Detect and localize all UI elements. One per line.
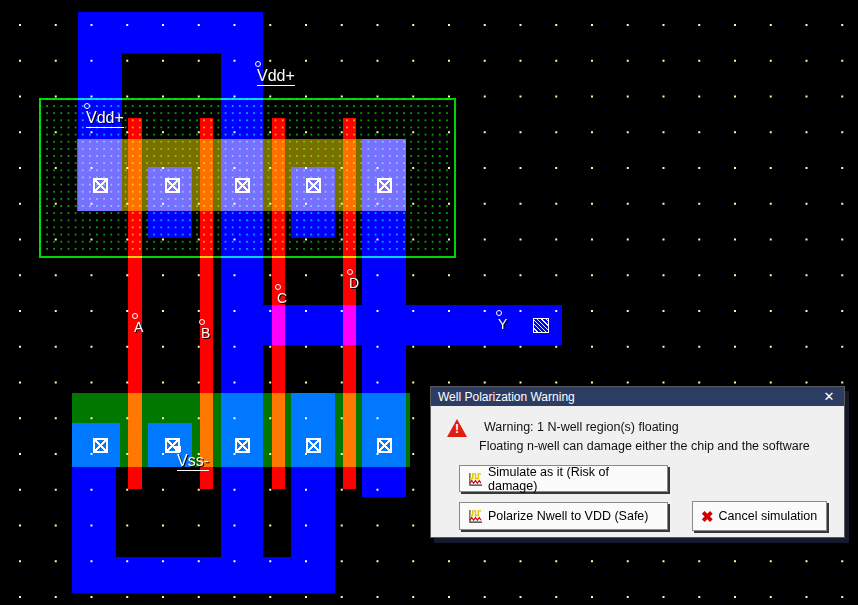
port-label-pin-d: D: [349, 276, 359, 290]
port-marker-pin-c: [275, 284, 281, 290]
port-marker-vdd-nwell: [84, 103, 90, 109]
waveform-icon: [468, 509, 483, 523]
contact-icon: [377, 438, 392, 453]
port-label-pin-a: A: [134, 320, 143, 334]
port-marker-vss: [175, 446, 181, 452]
port-label-pin-c: C: [277, 291, 287, 305]
waveform-icon: [468, 472, 483, 486]
well-polarization-warning-dialog: Well Polarization Warning ✕ ! Warning: 1…: [430, 386, 845, 538]
close-icon[interactable]: ✕: [820, 388, 838, 405]
port-marker-pin-b: [199, 319, 205, 325]
contact-icon: [235, 178, 250, 193]
simulate-button-label: Simulate as it (Risk of damage): [488, 465, 659, 493]
warning-icon: !: [447, 419, 467, 437]
dialog-titlebar[interactable]: Well Polarization Warning ✕: [431, 387, 844, 406]
polarize-button-label: Polarize Nwell to VDD (Safe): [488, 509, 648, 523]
cancel-simulation-button[interactable]: ✖ Cancel simulation: [692, 501, 827, 531]
port-marker-pin-y: [496, 310, 502, 316]
port-label-vdd-top: Vdd+: [257, 68, 295, 84]
port-label-vdd-nwell: Vdd+: [86, 110, 124, 126]
port-marker-vdd-top: [255, 61, 261, 67]
contact-icon: [93, 438, 108, 453]
warning-message-line1: Warning: 1 N-well region(s) floating: [484, 420, 679, 434]
port-marker-pin-a: [132, 313, 138, 319]
dialog-title: Well Polarization Warning: [438, 390, 575, 404]
port-label-vss: Vss-: [177, 453, 209, 469]
warning-message-line2: Floating n-well can damage either the ch…: [479, 439, 810, 453]
polarize-nwell-button[interactable]: Polarize Nwell to VDD (Safe): [459, 502, 668, 530]
contact-icon: [306, 438, 321, 453]
port-label-pin-y: Y: [498, 317, 507, 331]
simulate-as-it-button[interactable]: Simulate as it (Risk of damage): [459, 465, 668, 492]
contact-icon: [306, 178, 321, 193]
layout-editor-canvas[interactable]: Vdd+Vdd+Vss-ABCDY Well Polarization Warn…: [0, 0, 858, 605]
port-marker-pin-d: [347, 269, 353, 275]
contact-icon: [235, 438, 250, 453]
port-label-pin-b: B: [201, 326, 210, 340]
cancel-button-label: Cancel simulation: [719, 509, 818, 523]
via-icon: [533, 318, 549, 333]
contact-icon: [377, 178, 392, 193]
red-x-icon: ✖: [701, 509, 714, 524]
contact-icon: [165, 178, 180, 193]
contact-icon: [93, 178, 108, 193]
